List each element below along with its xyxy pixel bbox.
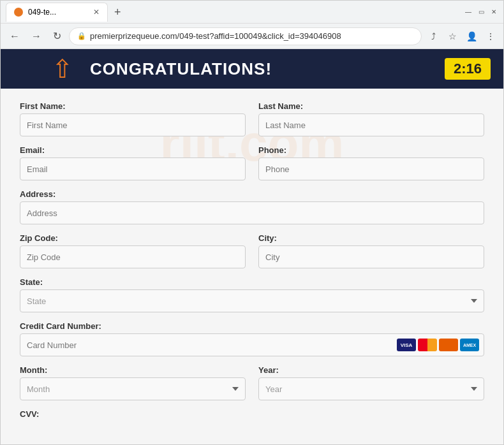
close-button[interactable]: ✕ [489, 8, 498, 17]
month-group: Month: Month [20, 365, 246, 400]
forward-button[interactable]: → [27, 28, 45, 45]
congrats-header: ⇧ CONGRATULATIONS! 2:16 [1, 49, 503, 89]
city-input[interactable] [258, 245, 484, 268]
form-area: rilt.com First Name: Last Name: Email: [1, 89, 503, 443]
name-row: First Name: Last Name: [20, 101, 484, 136]
email-label: Email: [20, 145, 246, 155]
cc-row: Credit Card Number: VISA AMEX [20, 321, 484, 356]
phone-label: Phone: [258, 145, 484, 155]
zip-group: Zip Code: [20, 233, 246, 268]
state-label: State: [20, 277, 484, 287]
month-year-row: Month: Month Year: Year [20, 365, 484, 400]
first-name-input[interactable] [20, 113, 246, 136]
zip-label: Zip Code: [20, 233, 246, 243]
tab-area: 049-te... ✕ + [6, 3, 460, 22]
toolbar-icons: ⤴ ☆ 👤 ⋮ [426, 29, 498, 44]
timer-badge: 2:16 [445, 58, 491, 80]
congrats-text: CONGRATULATIONS! [90, 59, 272, 79]
cvv-row: CVV: [20, 409, 484, 421]
month-select[interactable]: Month [20, 377, 246, 400]
address-row: Address: [20, 189, 484, 224]
page-content: ⇧ CONGRATULATIONS! 2:16 rilt.com First N… [1, 49, 503, 444]
address-label: Address: [20, 189, 484, 199]
tab-favicon [14, 8, 23, 17]
mastercard-icon [418, 339, 437, 351]
address-bar[interactable]: 🔒 premierprizequeue.com/049-test?affid=1… [69, 27, 422, 45]
card-input-wrapper: VISA AMEX [20, 333, 484, 356]
profile-icon[interactable]: 👤 [464, 29, 479, 44]
cvv-label: CVV: [20, 409, 484, 419]
last-name-group: Last Name: [258, 101, 484, 136]
city-group: City: [258, 233, 484, 268]
cc-label: Credit Card Number: [20, 321, 484, 331]
zip-input[interactable] [20, 245, 246, 268]
email-input[interactable] [20, 157, 246, 180]
zip-city-row: Zip Code: City: [20, 233, 484, 268]
last-name-input[interactable] [258, 113, 484, 136]
city-label: City: [258, 233, 484, 243]
year-label: Year: [258, 365, 484, 375]
lock-icon: 🔒 [77, 32, 86, 40]
url-text: premierprizequeue.com/049-test?affid=100… [90, 31, 341, 41]
back-button[interactable]: ← [6, 28, 24, 45]
refresh-button[interactable]: ↻ [49, 27, 65, 45]
phone-group: Phone: [258, 145, 484, 180]
amex-icon: AMEX [460, 339, 479, 351]
browser-toolbar: ← → ↻ 🔒 premierprizequeue.com/049-test?a… [1, 24, 503, 49]
discover-icon [439, 339, 458, 351]
arrow-icon: ⇧ [52, 56, 73, 82]
first-name-label: First Name: [20, 101, 246, 111]
card-icons: VISA AMEX [397, 339, 479, 351]
maximize-button[interactable]: ▭ [477, 8, 485, 17]
new-tab-button[interactable]: + [110, 5, 125, 19]
share-icon[interactable]: ⤴ [426, 29, 441, 44]
tab-title: 049-te... [28, 8, 56, 17]
last-name-label: Last Name: [258, 101, 484, 111]
month-label: Month: [20, 365, 246, 375]
bookmark-icon[interactable]: ☆ [445, 29, 460, 44]
first-name-group: First Name: [20, 101, 246, 136]
email-phone-row: Email: Phone: [20, 145, 484, 180]
menu-icon[interactable]: ⋮ [483, 29, 498, 44]
tab-close-button[interactable]: ✕ [93, 8, 100, 17]
browser-titlebar: 049-te... ✕ + — ▭ ✕ [1, 1, 503, 24]
active-tab[interactable]: 049-te... ✕ [6, 3, 108, 22]
address-group: Address: [20, 189, 484, 224]
state-group: State: State [20, 277, 484, 312]
email-group: Email: [20, 145, 246, 180]
year-select[interactable]: Year [258, 377, 484, 400]
cc-group: Credit Card Number: VISA AMEX [20, 321, 484, 356]
state-row: State: State [20, 277, 484, 312]
window-controls: — ▭ ✕ [464, 8, 498, 17]
phone-input[interactable] [258, 157, 484, 180]
year-group: Year: Year [258, 365, 484, 400]
browser-window: 049-te... ✕ + — ▭ ✕ ← → ↻ 🔒 premierprize… [0, 0, 504, 445]
visa-icon: VISA [397, 339, 416, 351]
minimize-button[interactable]: — [464, 8, 473, 17]
address-input[interactable] [20, 201, 484, 224]
cvv-group: CVV: [20, 409, 484, 421]
state-select[interactable]: State [20, 289, 484, 312]
